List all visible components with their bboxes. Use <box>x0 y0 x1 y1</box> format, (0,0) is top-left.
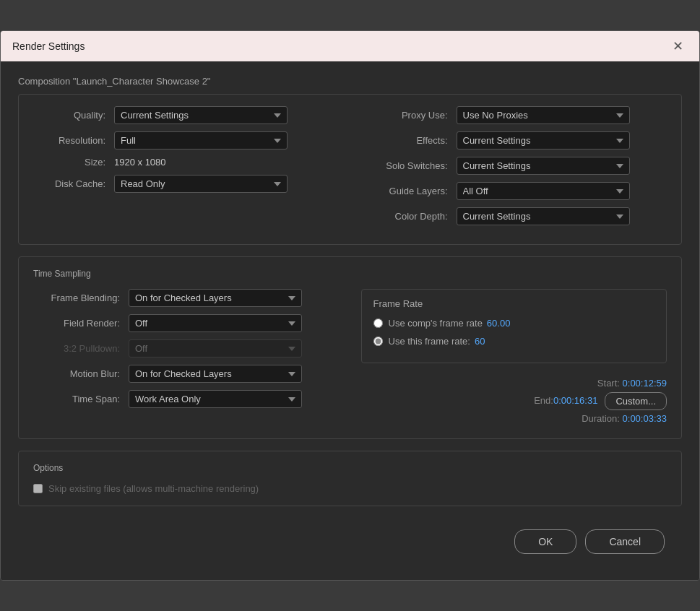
time-span-label: Time Span: <box>33 394 120 404</box>
field-render-select[interactable]: Off Upper Field First Lower Field First <box>129 314 302 332</box>
solo-label: Solo Switches: <box>361 160 448 171</box>
time-span-select[interactable]: Work Area Only Length of Comp Custom... <box>129 390 302 408</box>
frame-rate-area: Frame Rate Use comp's frame rate 60.00 U… <box>361 289 667 427</box>
size-label: Size: <box>33 157 105 168</box>
skip-files-row: Skip existing files (allows multi-machin… <box>33 483 667 494</box>
composition-label: Composition "Launch_Character Showcase 2… <box>18 76 682 87</box>
guide-row: Guide Layers: All Off All On Current Set… <box>361 182 667 200</box>
size-row: Size: 1920 x 1080 <box>33 157 340 168</box>
start-row: Start: 0:00:12:59 <box>361 375 667 391</box>
quality-grid: Quality: Current Settings Best Draft Wir… <box>33 106 667 233</box>
dialog-footer: OK Cancel <box>18 518 682 566</box>
radio-custom-rate-label: Use this frame rate: <box>389 336 470 347</box>
motion-blur-select[interactable]: On for Checked Layers On for All Layers … <box>129 365 302 383</box>
close-button[interactable]: ✕ <box>668 38 688 54</box>
time-sampling-inner: Frame Blending: On for Checked Layers On… <box>33 289 667 427</box>
end-label: End: <box>534 392 553 409</box>
proxy-row: Proxy Use: Use No Proxies Use All Proxie… <box>361 106 667 124</box>
disk-cache-select[interactable]: Read Only Read/Write Current Settings <box>114 175 288 193</box>
guide-label: Guide Layers: <box>361 186 448 196</box>
duration-value: 0:00:03:33 <box>623 413 667 424</box>
custom-button[interactable]: Custom... <box>605 392 667 410</box>
radio-custom-rate[interactable] <box>373 337 383 346</box>
frame-rate-box: Frame Rate Use comp's frame rate 60.00 U… <box>361 289 667 363</box>
end-value: 0:00:16:31 <box>553 392 597 409</box>
radio-comp-rate[interactable] <box>373 318 383 328</box>
motion-blur-row: Motion Blur: On for Checked Layers On fo… <box>33 365 340 383</box>
proxy-select[interactable]: Use No Proxies Use All Proxies Use Comp … <box>457 106 630 124</box>
timing-info: Start: 0:00:12:59 End: 0:00:16:31 Custom… <box>361 375 667 427</box>
cancel-button[interactable]: Cancel <box>585 529 665 554</box>
skip-files-checkbox[interactable] <box>33 484 43 493</box>
radio-custom-rate-row: Use this frame rate: 60 <box>373 336 655 347</box>
options-section: Options Skip existing files (allows mult… <box>18 451 682 506</box>
start-label: Start: <box>597 378 620 389</box>
field-render-row: Field Render: Off Upper Field First Lowe… <box>33 314 340 332</box>
time-span-row: Time Span: Work Area Only Length of Comp… <box>33 390 340 408</box>
effects-select[interactable]: Current Settings All On All Off <box>457 131 630 150</box>
radio-comp-rate-label: Use comp's frame rate <box>389 318 483 329</box>
frame-blending-label: Frame Blending: <box>33 292 120 303</box>
title-bar: Render Settings ✕ <box>1 31 699 61</box>
dialog-title: Render Settings <box>12 40 85 52</box>
frame-blending-select[interactable]: On for Checked Layers On for All Layers … <box>129 289 302 307</box>
time-sampling-title: Time Sampling <box>33 269 667 279</box>
pulldown-label: 3:2 Pulldown: <box>33 343 120 354</box>
color-row: Color Depth: Current Settings 8 bits per… <box>361 207 667 225</box>
field-render-label: Field Render: <box>33 318 120 329</box>
pulldown-select: Off <box>129 339 302 358</box>
quality-section: Quality: Current Settings Best Draft Wir… <box>18 94 682 245</box>
right-col: Proxy Use: Use No Proxies Use All Proxie… <box>361 106 667 233</box>
disk-cache-label: Disk Cache: <box>33 178 105 189</box>
effects-label: Effects: <box>361 135 448 146</box>
solo-row: Solo Switches: Current Settings All Off <box>361 157 667 175</box>
custom-rate-value: 60 <box>475 336 485 347</box>
start-value: 0:00:12:59 <box>623 378 667 389</box>
disk-cache-row: Disk Cache: Read Only Read/Write Current… <box>33 175 340 193</box>
ok-button[interactable]: OK <box>514 529 576 554</box>
radio-comp-rate-row: Use comp's frame rate 60.00 <box>373 318 655 329</box>
comp-rate-value: 60.00 <box>487 318 511 329</box>
guide-select[interactable]: All Off All On Current Settings <box>457 182 630 200</box>
pulldown-row: 3:2 Pulldown: Off <box>33 339 340 358</box>
duration-row: Duration: 0:00:03:33 <box>361 410 667 427</box>
options-title: Options <box>33 463 667 473</box>
dialog-body: Composition "Launch_Character Showcase 2… <box>1 61 699 580</box>
effects-row: Effects: Current Settings All On All Off <box>361 131 667 150</box>
color-label: Color Depth: <box>361 211 448 222</box>
size-value: 1920 x 1080 <box>114 157 166 168</box>
resolution-label: Resolution: <box>33 135 105 146</box>
quality-label: Quality: <box>33 110 105 121</box>
duration-label: Duration: <box>582 413 620 424</box>
quality-row: Quality: Current Settings Best Draft Wir… <box>33 106 340 124</box>
frame-rate-title: Frame Rate <box>373 298 655 309</box>
proxy-label: Proxy Use: <box>361 110 448 121</box>
frame-blending-row: Frame Blending: On for Checked Layers On… <box>33 289 340 307</box>
time-sampling-controls: Frame Blending: On for Checked Layers On… <box>33 289 340 427</box>
color-select[interactable]: Current Settings 8 bits per channel 16 b… <box>457 207 630 225</box>
time-sampling-section: Time Sampling Frame Blending: On for Che… <box>18 256 682 439</box>
solo-select[interactable]: Current Settings All Off <box>457 157 630 175</box>
motion-blur-label: Motion Blur: <box>33 368 120 379</box>
resolution-select[interactable]: Full Half Third Quarter Custom... <box>114 131 288 150</box>
left-col: Quality: Current Settings Best Draft Wir… <box>33 106 340 233</box>
skip-files-label: Skip existing files (allows multi-machin… <box>48 483 259 494</box>
quality-select[interactable]: Current Settings Best Draft Wireframe <box>114 106 288 124</box>
resolution-row: Resolution: Full Half Third Quarter Cust… <box>33 131 340 150</box>
render-settings-dialog: Render Settings ✕ Composition "Launch_Ch… <box>0 30 700 581</box>
end-row: End: 0:00:16:31 Custom... <box>361 392 667 410</box>
